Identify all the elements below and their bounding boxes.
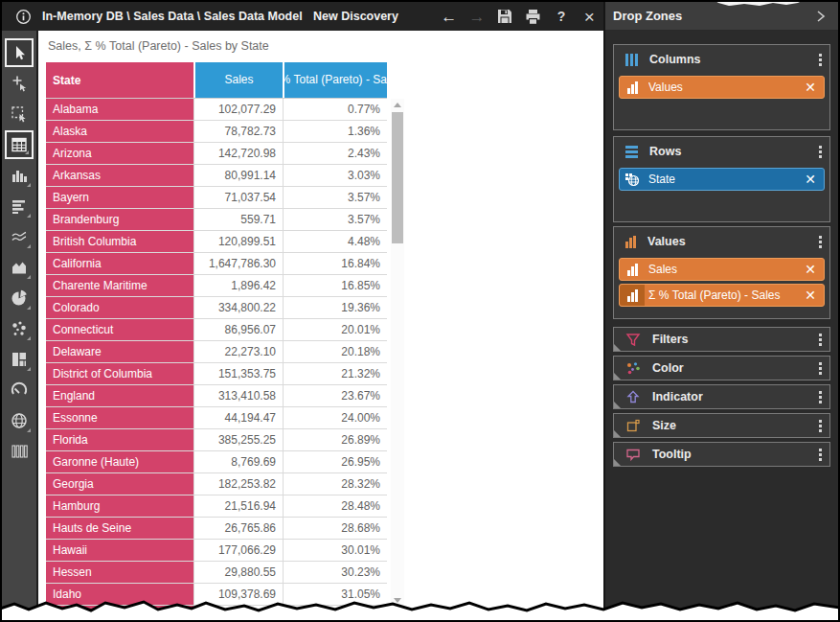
- print-button[interactable]: [522, 5, 545, 28]
- kebab-menu-icon[interactable]: [819, 391, 822, 403]
- forward-button[interactable]: →: [465, 5, 488, 28]
- remove-chip-icon[interactable]: ✕: [805, 263, 816, 276]
- table-row[interactable]: Garonne (Haute) 8,769.69 26.95%: [46, 451, 387, 473]
- table-row[interactable]: Alabama 102,077.29 0.77%: [46, 99, 387, 121]
- arrow-right-icon: →: [468, 9, 485, 25]
- dropzone-filters[interactable]: Filters: [613, 327, 830, 352]
- table-row[interactable]: Delaware 22,273.10 20.18%: [46, 341, 387, 363]
- table-row[interactable]: Alaska 78,782.73 1.36%: [46, 121, 387, 143]
- remove-chip-icon[interactable]: ✕: [805, 81, 816, 94]
- cell-pct: 28.32%: [283, 473, 387, 495]
- chevron-right-icon[interactable]: [815, 10, 827, 23]
- remove-chip-icon[interactable]: ✕: [805, 288, 816, 302]
- table-row[interactable]: Hamburg 21,516.94 28.48%: [46, 495, 387, 518]
- cell-sales: 102,077.29: [193, 99, 283, 120]
- dropzone-tooltip[interactable]: Tooltip: [613, 442, 830, 467]
- table-row[interactable]: Hawaii 177,066.29 30.01%: [46, 540, 387, 562]
- table-row[interactable]: Hauts de Seine 26,765.86 28.68%: [46, 518, 387, 540]
- tool-pointer-button[interactable]: [5, 38, 34, 67]
- close-button[interactable]: ×: [578, 5, 601, 28]
- tool-sidebar: [2, 31, 38, 620]
- kebab-menu-icon[interactable]: [819, 362, 822, 375]
- cell-sales: 142,720.98: [193, 143, 283, 164]
- column-header-pareto[interactable]: Σ % Total (Pareto) - Sales: [283, 62, 387, 98]
- cell-pct: 28.48%: [283, 495, 387, 517]
- dropzone-rows-header[interactable]: Rows: [614, 137, 829, 166]
- tool-crosshair-button[interactable]: [5, 69, 34, 98]
- cell-sales: 559.71: [193, 209, 283, 230]
- vertical-scrollbar[interactable]: [391, 99, 404, 620]
- table-row[interactable]: Hessen 29,880.55 30.23%: [46, 562, 387, 584]
- kebab-menu-icon[interactable]: [819, 146, 822, 158]
- tool-grid-columns-button[interactable]: [5, 437, 34, 466]
- back-button[interactable]: ←: [438, 5, 461, 28]
- help-button[interactable]: ?: [550, 5, 573, 28]
- table-row[interactable]: Essonne 44,194.47 24.00%: [46, 407, 387, 429]
- dropzone-values-header[interactable]: Values: [614, 227, 829, 256]
- kebab-menu-icon[interactable]: [819, 54, 822, 66]
- scrollbar-thumb[interactable]: [392, 112, 403, 243]
- table-row[interactable]: Connecticut 86,956.07 20.01%: [46, 319, 387, 341]
- line-chart-icon: [10, 227, 29, 246]
- tool-line-chart-button[interactable]: [5, 222, 34, 251]
- torn-edge-bottom: [0, 597, 840, 622]
- tool-column-chart-button[interactable]: [5, 161, 34, 190]
- cell-state: Alaska: [46, 121, 193, 142]
- kebab-menu-icon[interactable]: [819, 449, 822, 461]
- fold-corner: [614, 402, 621, 408]
- tool-grid-visualization-button[interactable]: [5, 130, 34, 159]
- tool-treemap-button[interactable]: [5, 345, 34, 374]
- dropzone-columns-header[interactable]: Columns: [614, 45, 829, 74]
- cell-pct: 23.67%: [283, 385, 387, 406]
- top-bar: In-Memory DB \ Sales Data \ Sales Data M…: [2, 2, 603, 31]
- table-row[interactable]: Arizona 142,720.98 2.43%: [46, 143, 387, 165]
- table-row[interactable]: Charente Maritime 1,896.42 16.85%: [46, 275, 387, 297]
- tooltip-icon: [625, 448, 641, 462]
- table-row[interactable]: Colorado 334,800.22 19.36%: [46, 297, 387, 319]
- table-row[interactable]: Bayern 71,037.54 3.57%: [46, 187, 387, 209]
- column-header-state[interactable]: State: [46, 62, 193, 98]
- cell-sales: 385,255.25: [193, 429, 283, 450]
- page-title: New Discovery: [313, 10, 398, 23]
- cell-pct: 19.36%: [283, 297, 387, 318]
- treemap-icon: [10, 350, 29, 369]
- table-row[interactable]: Georgia 182,253.82 28.32%: [46, 473, 387, 495]
- tool-marquee-select-button[interactable]: [5, 100, 34, 128]
- dropzone-color[interactable]: Color: [613, 356, 830, 380]
- dropzone-size[interactable]: Size: [613, 413, 830, 438]
- drop-zones-panel: Columns Values ✕ Rows State ✕: [605, 31, 838, 620]
- chip-values[interactable]: Values ✕: [619, 76, 825, 99]
- bar-chart-icon: [10, 196, 29, 216]
- info-icon[interactable]: [11, 5, 34, 28]
- table-row[interactable]: California 1,647,786.30 16.84%: [46, 253, 387, 275]
- save-button[interactable]: [493, 5, 516, 28]
- chip-sales[interactable]: Sales ✕: [619, 258, 825, 281]
- table-row[interactable]: Florida 385,255.25 26.89%: [46, 429, 387, 451]
- table-row[interactable]: England 313,410.58 23.67%: [46, 385, 387, 407]
- cell-state: Colorado: [46, 297, 193, 318]
- table-row[interactable]: Arkansas 80,991.14 3.03%: [46, 165, 387, 187]
- scatter-chart-icon: [10, 319, 29, 338]
- kebab-menu-icon[interactable]: [819, 420, 822, 432]
- tool-map-button[interactable]: [5, 406, 34, 435]
- kebab-menu-icon[interactable]: [819, 236, 822, 248]
- remove-chip-icon[interactable]: ✕: [805, 173, 816, 186]
- flyout-indicator: [27, 275, 31, 279]
- tool-gauge-button[interactable]: [5, 376, 34, 404]
- tool-area-chart-button[interactable]: [5, 253, 34, 282]
- table-row[interactable]: District of Columbia 151,353.75 21.32%: [46, 363, 387, 385]
- tool-scatter-chart-button[interactable]: [5, 314, 34, 343]
- column-header-sales[interactable]: Sales: [193, 62, 283, 98]
- chip-pareto-sales[interactable]: Σ % Total (Pareto) - Sales ✕: [619, 284, 825, 307]
- tool-bar-chart-button[interactable]: [5, 192, 34, 220]
- chip-state[interactable]: State ✕: [619, 168, 825, 191]
- scroll-up-button[interactable]: [391, 99, 404, 111]
- table-row[interactable]: British Columbia 120,899.51 4.48%: [46, 231, 387, 253]
- values-icon: [625, 236, 636, 248]
- tool-pie-chart-button[interactable]: [5, 284, 34, 312]
- dropzone-indicator[interactable]: Indicator: [613, 384, 830, 409]
- table-row[interactable]: Brandenburg 559.71 3.57%: [46, 209, 387, 231]
- flyout-indicator: [27, 336, 31, 340]
- fold-corner: [614, 373, 621, 380]
- kebab-menu-icon[interactable]: [819, 334, 822, 346]
